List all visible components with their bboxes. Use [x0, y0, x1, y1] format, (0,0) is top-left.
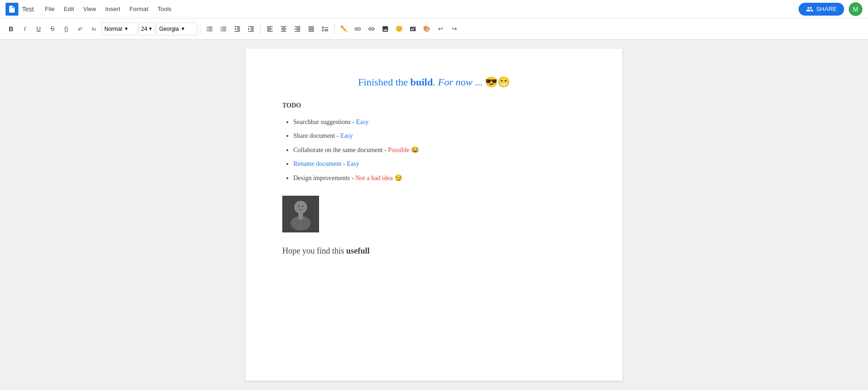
menu-insert[interactable]: Insert	[102, 4, 124, 14]
strikethrough-button[interactable]: S	[46, 23, 59, 35]
document-title: Test	[22, 6, 34, 13]
document-heading: Finished the build. For now ... 😎😁	[282, 76, 586, 88]
document-body: Finished the build. For now ... 😎😁 TODO …	[246, 49, 622, 381]
increase-indent-button[interactable]	[245, 23, 257, 35]
svg-point-5	[302, 205, 303, 207]
heading-ellipsis: ...	[473, 76, 483, 88]
svg-point-1	[294, 201, 307, 214]
item-emoji: 😂	[411, 147, 419, 153]
heading-emoji2: 😁	[497, 76, 510, 88]
item-text: Searchbar suggestions	[293, 119, 351, 125]
style-label: Normal	[104, 26, 122, 32]
separator-3	[334, 23, 335, 34]
font-chevron-icon: ▼	[181, 26, 185, 31]
footer-bold: usefull	[346, 246, 370, 255]
embedded-image	[282, 196, 319, 232]
emoji-button[interactable]: 🙂	[393, 23, 405, 35]
item-emoji: 😏	[394, 175, 402, 181]
separator-2	[260, 23, 261, 34]
share-button[interactable]: SHARE	[799, 3, 844, 16]
app-icon	[6, 3, 18, 16]
item-text: Design improvements	[293, 175, 350, 181]
size-label: 24	[141, 26, 147, 32]
item-difficulty: Easy	[356, 119, 368, 125]
todo-label: TODO	[282, 102, 586, 109]
item-separator: -	[352, 175, 355, 181]
menu-edit[interactable]: Edit	[60, 4, 78, 14]
list-item: Share document - Easy	[293, 132, 586, 140]
font-size-dropdown[interactable]: 24 ▼	[139, 23, 155, 35]
line-spacing-button[interactable]	[319, 23, 331, 35]
link-button[interactable]	[351, 23, 364, 35]
undo-button[interactable]: ↩	[434, 23, 447, 35]
menu-view[interactable]: View	[80, 4, 100, 14]
insert-image-button[interactable]	[379, 23, 392, 35]
item-difficulty: Easy	[347, 160, 359, 167]
menu-bar: File Edit View Insert Format Tools	[41, 4, 799, 14]
item-text: Rename document	[293, 160, 342, 167]
heading-prefix: Finished the	[358, 76, 411, 88]
menu-file[interactable]: File	[41, 4, 58, 14]
subscript-button[interactable]: x₂	[87, 23, 100, 35]
formatting-toolbar: B I U S {} x² x₂ Normal ▼ 24 ▼ Georgia ▼	[0, 18, 868, 40]
align-justify-button[interactable]	[305, 23, 318, 35]
share-label: SHARE	[816, 6, 837, 12]
ordered-list-button[interactable]	[217, 23, 230, 35]
user-avatar[interactable]: M	[849, 2, 862, 16]
style-chevron-icon: ▼	[124, 26, 129, 31]
redo-button[interactable]: ↪	[448, 23, 461, 35]
special-chars-button[interactable]	[406, 23, 419, 35]
superscript-button[interactable]: x²	[74, 23, 86, 35]
svg-rect-3	[298, 213, 303, 220]
align-left-button[interactable]	[263, 23, 276, 35]
footer-text: Hope you find this usefull	[282, 246, 586, 256]
style-dropdown[interactable]: Normal ▼	[101, 23, 138, 35]
font-family-dropdown[interactable]: Georgia ▼	[156, 23, 197, 35]
menu-tools[interactable]: Tools	[154, 4, 175, 14]
heading-bold: build	[411, 76, 433, 88]
pencil-button[interactable]: ✏️	[337, 23, 350, 35]
heading-emoji1: 😎	[485, 76, 497, 88]
main-area: Finished the build. For now ... 😎😁 TODO …	[0, 40, 868, 390]
item-separator: -	[384, 147, 388, 153]
decrease-indent-button[interactable]	[231, 23, 244, 35]
underline-button[interactable]: U	[32, 23, 45, 35]
bold-button[interactable]: B	[5, 23, 17, 35]
italic-button[interactable]: I	[18, 23, 31, 35]
heading-italic: For now	[435, 76, 473, 88]
unlink-button[interactable]	[365, 23, 378, 35]
list-item: Collaborate on the same document - Possi…	[293, 146, 586, 154]
list-item: Rename document - Easy	[293, 160, 586, 168]
item-text: Share document	[293, 132, 335, 139]
align-right-button[interactable]	[291, 23, 304, 35]
separator-1	[200, 23, 200, 34]
font-label: Georgia	[159, 26, 179, 32]
todo-list: Searchbar suggestions - Easy Share docum…	[282, 119, 586, 182]
svg-point-4	[298, 205, 300, 207]
footer-prefix: Hope you find this	[282, 246, 346, 255]
item-difficulty: Possible	[388, 147, 410, 153]
size-chevron-icon: ▼	[148, 26, 153, 31]
item-text: Collaborate on the same document	[293, 147, 383, 153]
item-difficulty: Easy	[340, 132, 353, 139]
top-bar: Test File Edit View Insert Format Tools …	[0, 0, 868, 18]
menu-format[interactable]: Format	[126, 4, 152, 14]
list-item: Searchbar suggestions - Easy	[293, 119, 586, 126]
paint-button[interactable]: 🎨	[420, 23, 433, 35]
align-center-button[interactable]	[277, 23, 290, 35]
unordered-list-button[interactable]	[203, 23, 216, 35]
list-item: Design improvements - Not a bad idea 😏	[293, 174, 586, 182]
item-difficulty: Not a bad idea	[355, 175, 393, 181]
code-button[interactable]: {}	[60, 23, 73, 35]
